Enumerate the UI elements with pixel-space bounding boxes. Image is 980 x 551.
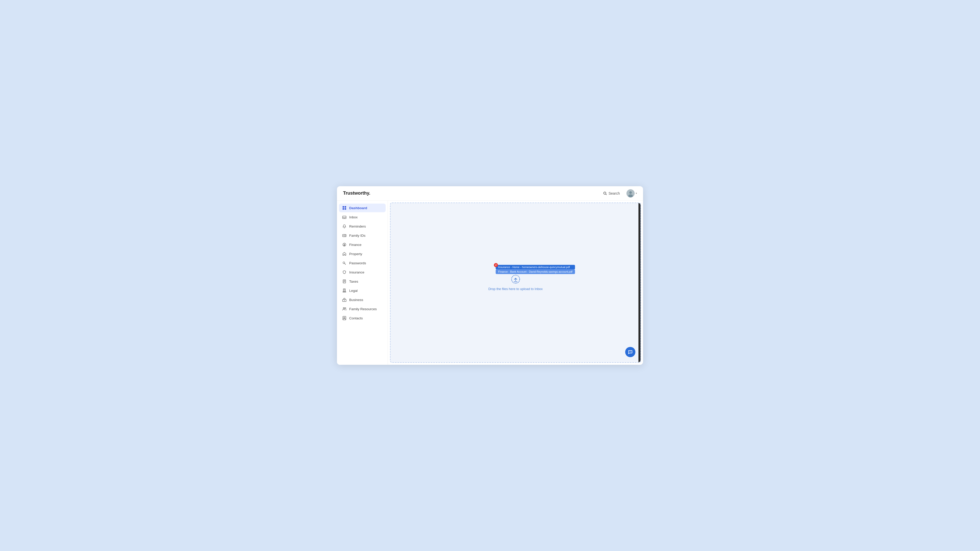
- main-content: Dashboard Inbox Reminders Family IDs: [337, 201, 643, 365]
- svg-rect-10: [342, 234, 346, 237]
- sidebar-item-family-resources[interactable]: Family Resources: [339, 304, 386, 313]
- svg-point-33: [631, 352, 631, 352]
- legal-icon: [342, 288, 347, 293]
- drag-file-2: Finance - Bank Account - David-Reynolds-…: [496, 269, 575, 274]
- sidebar-item-legal[interactable]: Legal: [339, 286, 386, 295]
- svg-rect-5: [342, 206, 344, 208]
- chevron-down-icon: ▾: [636, 192, 637, 194]
- sidebar-label-contacts: Contacts: [349, 316, 363, 320]
- home-icon: [342, 252, 347, 256]
- sidebar-item-dashboard[interactable]: Dashboard: [339, 204, 386, 212]
- app-window: Trustworthy. Search ▾: [337, 186, 643, 365]
- sidebar-label-business: Business: [349, 298, 363, 302]
- finance-icon: [342, 242, 347, 247]
- chat-button[interactable]: [625, 347, 635, 357]
- id-card-icon: [342, 233, 347, 238]
- svg-point-4: [628, 194, 633, 197]
- sidebar-label-inbox: Inbox: [349, 215, 358, 219]
- svg-rect-7: [342, 208, 344, 210]
- contact-icon: [342, 316, 347, 320]
- sidebar-label-family-ids: Family IDs: [349, 234, 366, 237]
- sidebar-label-insurance: Insurance: [349, 271, 364, 274]
- search-icon: [603, 191, 607, 196]
- svg-point-32: [630, 352, 630, 352]
- header: Trustworthy. Search ▾: [337, 186, 643, 201]
- file-count-badge: 2: [494, 263, 498, 267]
- svg-point-31: [629, 352, 630, 352]
- drag-file-1: 2 Insurance - Home - homeowners-skihouse…: [496, 265, 575, 269]
- drop-text: Drop the files here to upload to Inbox: [488, 287, 542, 291]
- sidebar-item-reminders[interactable]: Reminders: [339, 222, 386, 231]
- header-right: Search ▾: [600, 189, 637, 197]
- sidebar-label-dashboard: Dashboard: [349, 206, 367, 210]
- users-icon: [342, 307, 347, 311]
- inbox-icon: [342, 215, 347, 220]
- svg-line-1: [606, 194, 606, 195]
- avatar: [627, 189, 635, 197]
- drop-prompt: Drop the files here to upload to Inbox: [488, 275, 542, 291]
- sidebar-label-passwords: Passwords: [349, 261, 366, 265]
- dragged-files: 2 Insurance - Home - homeowners-skihouse…: [496, 265, 575, 274]
- search-button[interactable]: Search: [600, 190, 622, 197]
- shield-icon: [342, 270, 347, 274]
- sidebar-item-passwords[interactable]: Passwords: [339, 259, 386, 268]
- svg-point-3: [629, 191, 632, 194]
- sidebar-label-property: Property: [349, 252, 362, 256]
- key-icon: [342, 261, 347, 265]
- bell-icon: [342, 224, 347, 229]
- svg-point-29: [344, 317, 345, 318]
- sidebar-label-reminders: Reminders: [349, 225, 366, 228]
- svg-point-27: [345, 307, 346, 309]
- sidebar-item-contacts[interactable]: Contacts: [339, 314, 386, 322]
- sidebar-label-legal: Legal: [349, 289, 358, 293]
- upload-icon: [511, 275, 520, 285]
- sidebar-label-finance: Finance: [349, 243, 361, 247]
- sidebar-item-finance[interactable]: Finance: [339, 240, 386, 249]
- user-menu[interactable]: ▾: [627, 189, 637, 197]
- drop-zone[interactable]: 2 Insurance - Home - homeowners-skihouse…: [390, 202, 641, 363]
- sidebar-item-property[interactable]: Property: [339, 250, 386, 258]
- sidebar-item-family-ids[interactable]: Family IDs: [339, 231, 386, 240]
- sidebar-item-business[interactable]: Business: [339, 295, 386, 304]
- business-icon: [342, 298, 347, 302]
- taxes-icon: [342, 279, 347, 283]
- sidebar: Dashboard Inbox Reminders Family IDs: [337, 201, 388, 365]
- grid-icon: [342, 205, 347, 210]
- sidebar-item-taxes[interactable]: Taxes: [339, 277, 386, 286]
- svg-rect-20: [343, 289, 345, 291]
- logo: Trustworthy.: [343, 191, 371, 196]
- svg-point-11: [343, 235, 344, 236]
- sidebar-label-taxes: Taxes: [349, 280, 358, 283]
- sidebar-item-inbox[interactable]: Inbox: [339, 213, 386, 221]
- sidebar-label-family-resources: Family Resources: [349, 307, 377, 311]
- chat-icon: [628, 349, 633, 355]
- scrollbar[interactable]: [638, 203, 641, 362]
- search-label: Search: [609, 191, 620, 196]
- svg-rect-23: [343, 291, 346, 292]
- svg-rect-6: [345, 206, 346, 208]
- avatar-image: [627, 189, 635, 197]
- sidebar-item-insurance[interactable]: Insurance: [339, 268, 386, 277]
- svg-point-26: [343, 307, 345, 309]
- svg-point-0: [603, 192, 606, 194]
- svg-point-15: [343, 262, 345, 264]
- svg-rect-8: [345, 208, 346, 210]
